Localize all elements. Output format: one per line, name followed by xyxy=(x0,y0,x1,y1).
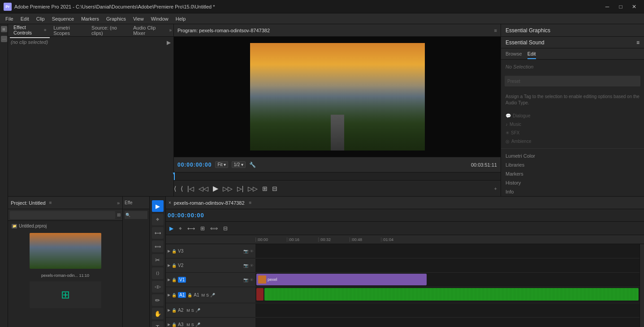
lock-v3[interactable]: 🔒 xyxy=(172,249,177,254)
video-clip-pexel[interactable]: pexel xyxy=(256,274,427,285)
history-section[interactable]: History xyxy=(501,178,644,187)
lock-a2[interactable]: 🔒 xyxy=(172,308,177,313)
tab-effect-controls[interactable]: Effect Controls ≡ xyxy=(10,23,50,38)
project-search-input[interactable] xyxy=(10,211,115,219)
mic-a1[interactable]: 🎤 xyxy=(210,293,215,297)
essential-sound-menu[interactable]: ≡ xyxy=(636,39,640,46)
project-view-btn[interactable]: ⊞ xyxy=(117,212,121,217)
menu-sequence[interactable]: Sequence xyxy=(48,15,78,22)
audio-clip-a1[interactable] xyxy=(264,288,639,301)
tool-slip[interactable]: ⟨⟩ xyxy=(152,267,164,279)
expand-v2[interactable]: ▶ xyxy=(168,263,170,267)
menu-graphics[interactable]: Graphics xyxy=(103,15,130,22)
m-a2[interactable]: M xyxy=(186,308,190,313)
mic-a2[interactable]: 🎤 xyxy=(195,308,200,313)
m-a3[interactable]: M xyxy=(186,323,190,327)
transport-frame-back[interactable]: |◁ xyxy=(187,185,194,192)
expand-a3[interactable]: ▶ xyxy=(168,323,170,327)
track-body-v2[interactable] xyxy=(255,258,640,273)
fit-select[interactable]: Fit ▾ xyxy=(215,161,228,168)
markers-section[interactable]: Markers xyxy=(501,169,644,178)
tl-tool-selection[interactable]: ▶ xyxy=(168,224,175,232)
tl-tool-snap[interactable]: ⌖ xyxy=(177,224,184,232)
panel-more-icon[interactable]: » xyxy=(169,28,172,33)
tool-track-select[interactable]: ⌖ xyxy=(152,214,164,225)
transport-lift[interactable]: ⊞ xyxy=(262,185,268,192)
lock-a3[interactable]: 🔒 xyxy=(172,323,177,327)
lock-a1[interactable]: 🔒 xyxy=(172,293,177,297)
timeline-menu-icon[interactable]: ≡ xyxy=(249,200,252,205)
project-audio-item[interactable]: ⊞ xyxy=(30,281,101,308)
s-a2[interactable]: S xyxy=(191,308,194,313)
track-body-a2[interactable] xyxy=(255,303,640,318)
quality-select[interactable]: 1/2 ▾ xyxy=(232,161,246,168)
tab-audio-clip-mixer[interactable]: Audio Clip Mixer xyxy=(130,23,169,38)
track-body-a1[interactable] xyxy=(255,287,640,303)
transport-step-back2[interactable]: ⟨ xyxy=(181,185,183,192)
close-button[interactable]: ✕ xyxy=(628,2,640,11)
tab-browse[interactable]: Browse xyxy=(506,51,522,59)
track-body-a3[interactable] xyxy=(255,318,640,327)
ambience-btn[interactable]: ◎ Ambience xyxy=(506,139,531,144)
monitor-menu-icon[interactable]: ≡ xyxy=(494,28,497,33)
tl-tool-insert[interactable]: ⟺ xyxy=(208,224,220,232)
maximize-button[interactable]: □ xyxy=(614,2,627,11)
transport-play[interactable]: ▶ xyxy=(213,184,218,193)
mic-a3[interactable]: 🎤 xyxy=(195,323,200,327)
lock-v2[interactable]: 🔒 xyxy=(172,263,177,268)
menu-help[interactable]: Help xyxy=(172,15,190,22)
tool-selection[interactable]: ▶ xyxy=(152,200,164,212)
lock-v1[interactable]: 🔒 xyxy=(172,278,177,282)
tl-tool-link[interactable]: ⊞ xyxy=(199,224,207,232)
transport-step-back[interactable]: ⟨ xyxy=(174,185,176,192)
effects-search-input[interactable] xyxy=(125,211,147,219)
minimize-button[interactable]: ─ xyxy=(601,2,614,11)
menu-file[interactable]: File xyxy=(2,15,17,22)
tab-lumetri-scopes[interactable]: Lumetri Scopes xyxy=(50,23,88,38)
track-body-v3[interactable] xyxy=(255,244,640,258)
music-btn[interactable]: ♪ Music xyxy=(506,122,521,127)
eye-v1[interactable]: 👁 xyxy=(250,278,254,282)
menu-clip[interactable]: Clip xyxy=(33,15,48,22)
project-thumbnail[interactable] xyxy=(30,233,101,269)
info-section[interactable]: Info xyxy=(501,187,644,196)
menu-edit[interactable]: Edit xyxy=(17,15,33,22)
transport-frame-fwd[interactable]: ▷| xyxy=(237,185,244,192)
tool-roll[interactable]: ⟺ xyxy=(152,241,164,252)
m-a1[interactable]: M xyxy=(201,293,205,297)
tab-edit[interactable]: Edit xyxy=(527,51,536,59)
project-menu-icon[interactable]: ≡ xyxy=(49,200,52,205)
sfx-btn[interactable]: ✳ SFX xyxy=(506,130,519,135)
lumetri-color-section[interactable]: Lumetri Color xyxy=(501,151,644,160)
tool-razor[interactable]: ✂ xyxy=(152,254,164,266)
timeline-close-btn[interactable]: × xyxy=(169,200,171,205)
s-a1[interactable]: S xyxy=(206,293,209,297)
eye-v3[interactable]: 👁 xyxy=(250,249,254,254)
timeline-v-scrollbar[interactable] xyxy=(640,244,644,327)
tab-source[interactable]: Source: (no clips) xyxy=(88,23,130,38)
lock2-a1[interactable]: 🔒 xyxy=(187,293,192,297)
track-body-v1[interactable]: pexel xyxy=(255,273,640,287)
sidebar-icon-2[interactable]: ⋯ xyxy=(1,36,7,42)
sidebar-icon-1[interactable]: ⊞ xyxy=(1,26,7,32)
expand-v1[interactable]: ▶ xyxy=(168,278,170,282)
wrench-icon[interactable]: 🔧 xyxy=(249,162,256,168)
s-a3[interactable]: S xyxy=(191,323,194,327)
expand-a2[interactable]: ▶ xyxy=(168,308,170,312)
menu-window[interactable]: Window xyxy=(147,15,172,22)
libraries-section[interactable]: Libraries xyxy=(501,160,644,169)
project-expand-btn[interactable]: » xyxy=(117,200,120,206)
tool-hand[interactable]: ✋ xyxy=(152,308,164,319)
transport-fwd[interactable]: ▷▷ xyxy=(223,185,233,192)
tl-tool-marker[interactable]: ⟷ xyxy=(186,224,197,232)
transport-back[interactable]: ◁◁ xyxy=(199,185,208,192)
transport-step-fwd[interactable]: ▷▷ xyxy=(248,185,258,192)
expand-v3[interactable]: ▶ xyxy=(168,249,170,253)
eye-v2[interactable]: 👁 xyxy=(250,263,254,268)
tool-type[interactable]: T xyxy=(152,321,164,327)
dialogue-btn[interactable]: 💬 Dialogue xyxy=(506,113,530,118)
tool-slide[interactable]: ◁▷ xyxy=(152,281,164,293)
transport-extract[interactable]: ⊟ xyxy=(272,185,277,192)
cam-v2[interactable]: 📷 xyxy=(243,263,248,268)
monitor-timeline-bar[interactable] xyxy=(174,172,501,180)
